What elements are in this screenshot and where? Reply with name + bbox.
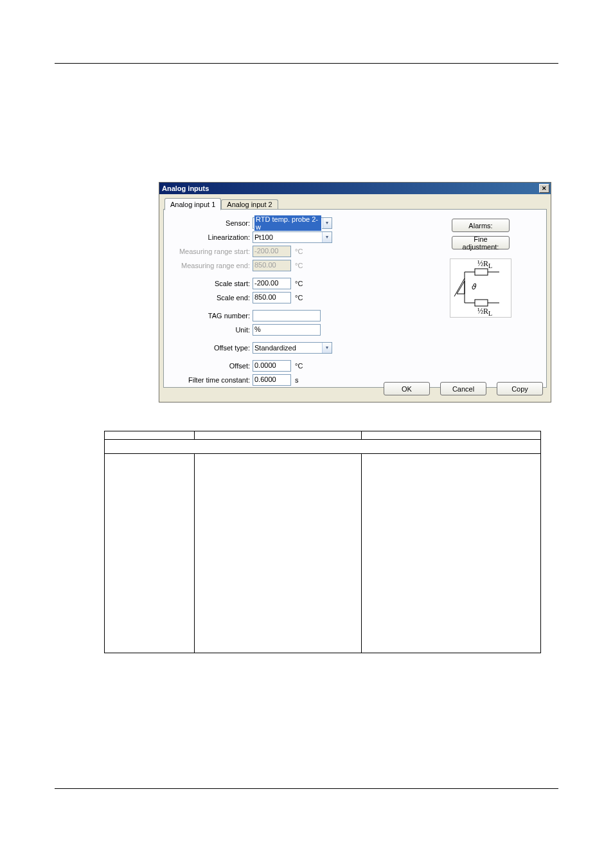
table-header-1 [105,431,195,440]
tabstrip: Analog input 1 Analog input 2 [164,198,547,210]
input-scale-start[interactable]: -200.00 [253,278,291,289]
titlebar: Analog inputs ✕ [159,183,551,194]
label-meas-range-start: Measuring range start: [170,248,253,255]
page-rule-top [55,63,558,64]
unit-meas-end: °C [295,262,303,269]
select-sensor-value: RTD temp. probe 2-w [254,215,321,231]
select-linearization-value: Pt100 [254,233,273,241]
label-tag-number: TAG number: [170,312,253,320]
copy-button[interactable]: Copy [497,382,543,395]
table-cell-3 [362,454,541,653]
input-scale-end[interactable]: 850.00 [253,292,291,303]
table-header-2 [195,431,362,440]
chevron-down-icon: ▾ [323,218,332,228]
table-full-row [105,440,541,454]
unit-scale-start: °C [295,280,303,287]
label-scale-start: Scale start: [170,280,253,287]
fine-adjustment-button[interactable]: Fine adjustment: [452,236,510,249]
dialog-analog-inputs: Analog inputs ✕ Analog input 1 Analog in… [159,182,551,402]
unit-filter: s [295,376,299,384]
info-table [104,431,541,653]
label-unit: Unit: [170,326,253,334]
table-full-cell [105,440,541,454]
input-tag-number[interactable] [253,310,321,321]
svg-rect-1 [475,269,488,275]
table-row [105,454,541,653]
diagram-label-theta: ϑ [471,282,475,292]
table-cell-2 [195,454,362,653]
label-offset: Offset: [170,362,253,370]
label-sensor: Sensor: [170,219,253,227]
input-meas-range-end: 850.00 [253,260,291,271]
unit-scale-end: °C [295,294,303,302]
select-linearization[interactable]: Pt100 ▾ [253,231,332,243]
label-linearization: Linearization: [170,233,253,241]
select-offset-type-value: Standardized [254,344,296,352]
ok-button[interactable]: OK [384,382,430,395]
input-meas-range-start: -200.00 [253,246,291,257]
chevron-down-icon: ▾ [322,343,332,353]
svg-rect-5 [475,300,488,306]
wiring-diagram: ½RL [450,258,511,318]
label-offset-type: Offset type: [170,344,253,352]
table-header-row [105,431,541,440]
page-rule-bottom [55,788,558,789]
label-scale-end: Scale end: [170,294,253,302]
tab-analog-input-1[interactable]: Analog input 1 [164,198,221,210]
chevron-down-icon: ▾ [322,232,332,242]
table-header-3 [362,431,541,440]
input-filter-time-constant[interactable]: 0.6000 [253,374,291,386]
diagram-label-bottom: ½RL [477,307,492,317]
alarms-button[interactable]: Alarms: [452,219,510,232]
cancel-button[interactable]: Cancel [440,382,486,395]
right-column: Alarms: Fine adjustment: ½RL [424,219,537,318]
table-cell-1 [105,454,195,653]
select-sensor[interactable]: RTD temp. probe 2-w ▾ [253,217,332,229]
select-offset-type[interactable]: Standardized ▾ [253,342,332,354]
tabpanel-analog-input-1: Sensor: RTD temp. probe 2-w ▾ Linearizat… [163,209,547,388]
label-filter-time-constant: Filter time constant: [170,376,253,384]
input-unit[interactable]: % [253,324,321,336]
unit-meas-start: °C [295,248,303,255]
close-button[interactable]: ✕ [539,184,549,193]
unit-offset: °C [295,362,303,370]
input-offset[interactable]: 0.0000 [253,360,291,372]
label-meas-range-end: Measuring range end: [170,262,253,269]
dialog-title: Analog inputs [162,185,209,192]
dialog-bottom-buttons: OK Cancel Copy [384,382,543,395]
